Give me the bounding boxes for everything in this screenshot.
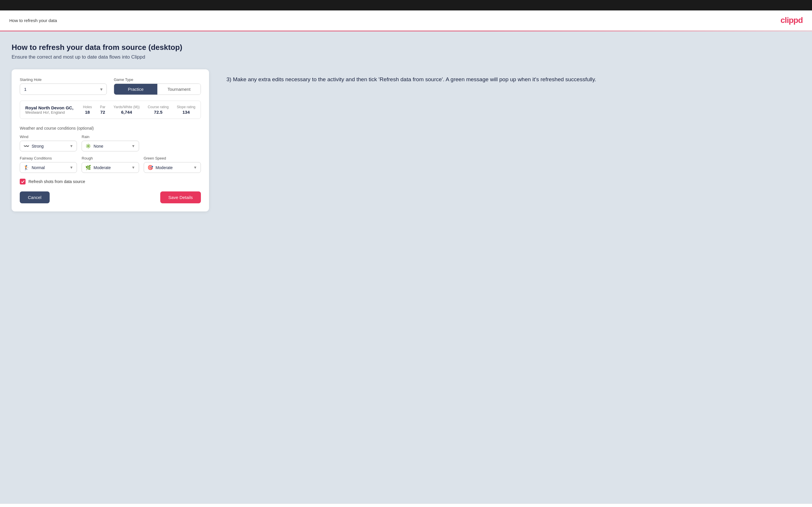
wind-label: Wind: [20, 134, 77, 139]
checkmark-icon: [21, 180, 25, 184]
course-name: Royal North Devon GC,: [25, 105, 83, 110]
stat-course-rating: Course rating 72.5: [148, 105, 169, 115]
footer: Copyright Clippd 2022: [0, 504, 812, 507]
refresh-checkbox-row: Refresh shots from data source: [20, 179, 201, 184]
green-speed-label: Green Speed: [144, 156, 201, 160]
wind-group: Wind 〰️ Strong ▼: [20, 134, 77, 152]
refresh-label: Refresh shots from data source: [29, 179, 85, 184]
game-type-buttons: Practice Tournament: [114, 83, 201, 95]
green-speed-select-wrapper[interactable]: 🎯 Moderate ▼: [144, 162, 201, 173]
rough-arrow-icon: ▼: [132, 165, 135, 170]
slope-rating-value: 134: [182, 110, 190, 115]
refresh-checkbox[interactable]: [20, 179, 26, 184]
course-rating-value: 72.5: [154, 110, 162, 115]
wind-icon: 〰️: [23, 143, 29, 149]
rough-select-wrapper[interactable]: 🌿 Moderate ▼: [82, 162, 139, 173]
green-speed-value: Moderate: [156, 165, 193, 170]
practice-button[interactable]: Practice: [114, 84, 157, 95]
starting-hole-select[interactable]: 1: [20, 83, 107, 95]
wind-arrow-icon: ▼: [69, 144, 73, 148]
game-type-label: Game Type: [114, 77, 201, 82]
weather-section-label: Weather and course conditions (optional): [20, 126, 201, 130]
stat-yards: Yards/White (M)) 6,744: [113, 105, 140, 115]
content-layout: Starting Hole 1 ▼ Game Type Practice Tou…: [12, 69, 800, 212]
page-subtitle: Ensure the correct and most up to date d…: [12, 54, 800, 60]
form-card: Starting Hole 1 ▼ Game Type Practice Tou…: [12, 69, 209, 212]
save-button[interactable]: Save Details: [160, 191, 201, 203]
green-speed-arrow-icon: ▼: [193, 165, 197, 170]
rough-value: Moderate: [94, 165, 131, 170]
rain-arrow-icon: ▼: [132, 144, 135, 148]
fairway-arrow-icon: ▼: [69, 165, 73, 170]
rough-group: Rough 🌿 Moderate ▼: [82, 156, 139, 173]
course-location: Westward Ho!, England: [25, 110, 83, 115]
holes-value: 18: [85, 110, 90, 115]
yards-label: Yards/White (M)): [113, 105, 140, 109]
course-rating-label: Course rating: [148, 105, 169, 109]
button-row: Cancel Save Details: [20, 191, 201, 203]
header: How to refresh your data clippd: [0, 10, 812, 31]
rain-select-wrapper[interactable]: ✳️ None ▼: [82, 141, 139, 152]
slope-rating-label: Slope rating: [177, 105, 195, 109]
starting-hole-label: Starting Hole: [20, 77, 107, 82]
fairway-select-wrapper[interactable]: 🏌️ Normal ▼: [20, 162, 77, 173]
fairway-group: Fairway Conditions 🏌️ Normal ▼: [20, 156, 77, 173]
instruction-text: 3) Make any extra edits necessary to the…: [226, 75, 800, 84]
stat-par: Par 72: [100, 105, 105, 115]
rain-icon: ✳️: [85, 143, 91, 149]
tournament-button[interactable]: Tournament: [157, 84, 201, 95]
top-form-row: Starting Hole 1 ▼ Game Type Practice Tou…: [20, 77, 201, 95]
starting-hole-group: Starting Hole 1 ▼: [20, 77, 107, 95]
course-stats: Holes 18 Par 72 Yards/White (M)) 6,744 C…: [83, 105, 195, 115]
rain-value: None: [94, 144, 131, 149]
fairway-value: Normal: [32, 165, 69, 170]
fairway-label: Fairway Conditions: [20, 156, 77, 160]
rain-label: Rain: [82, 134, 139, 139]
rough-icon: 🌿: [85, 165, 91, 170]
green-speed-icon: 🎯: [148, 165, 153, 170]
course-name-block: Royal North Devon GC, Westward Ho!, Engl…: [25, 105, 83, 115]
par-value: 72: [100, 110, 105, 115]
main-content: How to refresh your data from source (de…: [0, 31, 812, 504]
par-label: Par: [100, 105, 105, 109]
holes-label: Holes: [83, 105, 92, 109]
rough-label: Rough: [82, 156, 139, 160]
page-title: How to refresh your data from source (de…: [12, 43, 800, 52]
fairway-icon: 🏌️: [23, 165, 29, 170]
wind-select-wrapper[interactable]: 〰️ Strong ▼: [20, 141, 77, 152]
green-speed-group: Green Speed 🎯 Moderate ▼: [144, 156, 201, 173]
rain-group: Rain ✳️ None ▼: [82, 134, 139, 152]
logo: clippd: [781, 16, 803, 25]
header-title: How to refresh your data: [9, 18, 57, 23]
wind-value: Strong: [32, 144, 69, 149]
cancel-button[interactable]: Cancel: [20, 191, 50, 203]
course-info-box: Royal North Devon GC, Westward Ho!, Engl…: [20, 101, 201, 119]
starting-hole-wrapper: 1 ▼: [20, 83, 107, 95]
stat-slope-rating: Slope rating 134: [177, 105, 195, 115]
right-panel: 3) Make any extra edits necessary to the…: [226, 69, 800, 84]
stat-holes: Holes 18: [83, 105, 92, 115]
game-type-group: Game Type Practice Tournament: [114, 77, 201, 95]
wind-rain-row: Wind 〰️ Strong ▼ Rain ✳️ None ▼: [20, 134, 201, 152]
top-bar: [0, 0, 812, 10]
fairway-rough-green-row: Fairway Conditions 🏌️ Normal ▼ Rough 🌿 M…: [20, 156, 201, 173]
yards-value: 6,744: [121, 110, 132, 115]
